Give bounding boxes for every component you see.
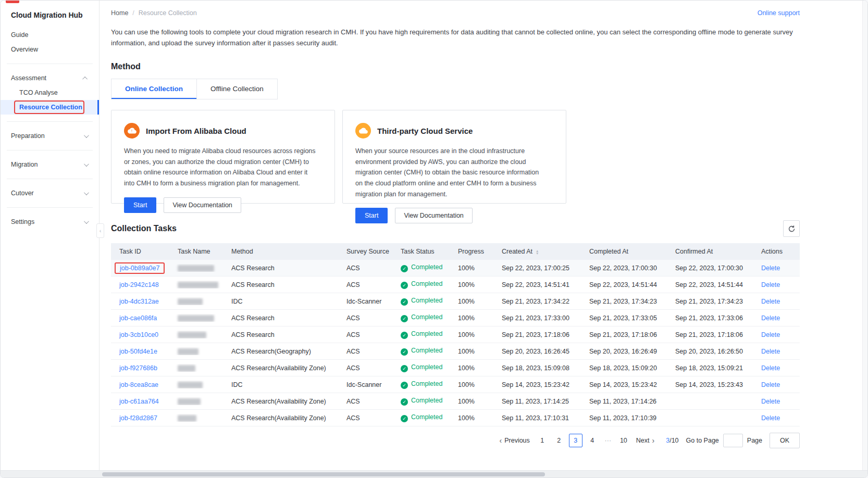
task-id-link[interactable]: job-0b89a0e7 [120, 265, 159, 272]
sort-icon[interactable]: ▲▼ [536, 249, 539, 255]
horizontal-scrollbar-track [1, 470, 867, 477]
task-id-link[interactable]: job-2942c148 [119, 281, 159, 288]
cell-method: ACS Research(Availability Zone) [223, 414, 338, 422]
sidebar-group-assessment[interactable]: Assessment [1, 71, 99, 85]
card-description: When your source resources are in the cl… [355, 146, 547, 199]
task-id-link[interactable]: job-f927686b [119, 364, 157, 372]
breadcrumb-separator: / [132, 9, 134, 17]
delete-link[interactable]: Delete [761, 381, 780, 388]
delete-link[interactable]: Delete [761, 348, 780, 355]
column-header: Task ID [111, 248, 169, 255]
online-support-link[interactable]: Online support [758, 9, 800, 17]
start-button[interactable]: Start [124, 197, 156, 213]
table-body: job-0b89a0e7 ACS Research ACS ✓Completed… [111, 260, 800, 426]
card-third-party-cloud: Third-party Cloud Service When your sour… [342, 110, 566, 204]
task-id-link[interactable]: job-f28d2867 [119, 414, 157, 422]
cell-progress: 100% [450, 298, 493, 305]
column-header: Completed At [581, 248, 667, 255]
task-id-link[interactable]: job-c61aa764 [119, 398, 159, 405]
sidebar-group-preparation[interactable]: Preparation [1, 129, 99, 143]
cell-progress: 100% [450, 348, 493, 355]
delete-link[interactable]: Delete [761, 265, 780, 272]
redacted-task-name [178, 265, 214, 272]
cell-task-id: job-c61aa764 [111, 398, 169, 405]
pagination-previous[interactable]: ‹Previous [495, 436, 534, 445]
tab-online-collection[interactable]: Online Collection [111, 79, 197, 99]
horizontal-scrollbar-thumb[interactable] [102, 472, 545, 476]
task-id-link[interactable]: job-50fd4e1e [119, 348, 157, 355]
cell-task-name [169, 414, 223, 421]
cell-task-name [169, 347, 223, 355]
task-id-link[interactable]: job-cae086fa [119, 315, 157, 322]
cell-task-id: job-cae086fa [111, 315, 169, 322]
cell-created-at: Sep 22, 2023, 14:51:41 [493, 281, 581, 288]
delete-link[interactable]: Delete [761, 364, 780, 372]
start-button[interactable]: Start [355, 208, 388, 223]
sidebar-item-label: Overview [11, 46, 38, 53]
refresh-button[interactable] [783, 220, 800, 237]
card-buttons: Start View Documentation [124, 197, 322, 213]
task-id-link[interactable]: job-8cea8cae [119, 381, 158, 388]
cell-created-at: Sep 21, 2023, 17:33:00 [493, 315, 581, 322]
column-header: Method [223, 248, 338, 255]
pagination-page-2[interactable]: 2 [552, 434, 566, 447]
cell-task-status: ✓Completed [392, 347, 450, 356]
cell-created-at: Sep 21, 2023, 17:18:06 [493, 331, 581, 338]
sidebar-item-resource-collection[interactable]: Resource Collection [1, 100, 99, 115]
ok-button[interactable]: OK [770, 433, 800, 448]
previous-label: Previous [504, 437, 530, 444]
breadcrumb-current: Resource Collection [139, 9, 197, 17]
pagination-ellipsis[interactable]: ··· [602, 434, 614, 447]
cell-survey-source: Idc-Scanner [338, 381, 392, 388]
cell-method: IDC [223, 381, 338, 388]
completed-icon: ✓ [401, 365, 408, 372]
cell-task-id: job-f28d2867 [111, 414, 169, 422]
delete-link[interactable]: Delete [761, 414, 780, 422]
sidebar-collapse-handle[interactable]: ‹ [96, 223, 104, 238]
cell-completed-at: Sep 21, 2023, 17:33:05 [581, 315, 667, 322]
sidebar-item-tco-analyse[interactable]: TCO Analyse [1, 85, 99, 100]
pagination-page-4[interactable]: 4 [586, 434, 599, 447]
delete-link[interactable]: Delete [761, 281, 780, 288]
cell-completed-at: Sep 22, 2023, 17:00:30 [581, 265, 667, 272]
column-header: Progress [450, 248, 493, 255]
pagination-page-1[interactable]: 1 [536, 434, 549, 447]
delete-link[interactable]: Delete [761, 298, 780, 305]
delete-link[interactable]: Delete [761, 398, 780, 405]
task-id-link[interactable]: job-4dc312ae [119, 298, 159, 305]
task-id-link[interactable]: job-3cb10ce0 [119, 331, 158, 338]
completed-icon: ✓ [401, 348, 408, 356]
sidebar-item-overview[interactable]: Overview [1, 42, 99, 57]
status-text: Completed [411, 347, 442, 354]
vertical-scrollbar-track[interactable] [862, 1, 867, 470]
goto-page-input[interactable] [723, 434, 743, 447]
column-header-label: Task Status [401, 248, 435, 255]
cell-confirmed-at: Sep 21, 2023, 17:33:06 [667, 315, 753, 322]
collection-tabs: Online Collection Offline Collection [111, 79, 278, 99]
method-heading: Method [111, 62, 800, 71]
pagination-page-3[interactable]: 3 [569, 434, 582, 447]
sidebar-group-cutover[interactable]: Cutover [1, 186, 99, 200]
cell-completed-at: Sep 20, 2023, 16:26:49 [581, 348, 667, 355]
column-header[interactable]: Created At▲▼ [493, 248, 581, 255]
cell-task-status: ✓Completed [392, 280, 450, 289]
column-header-label: Survey Source [346, 248, 389, 255]
main-content: Home / Resource Collection Online suppor… [100, 1, 867, 470]
next-label: Next [636, 437, 650, 444]
pagination-page-10[interactable]: 10 [617, 434, 630, 447]
view-documentation-button[interactable]: View Documentation [164, 197, 241, 213]
cell-progress: 100% [450, 265, 493, 272]
tab-offline-collection[interactable]: Offline Collection [197, 79, 277, 99]
sidebar-item-guide[interactable]: Guide [1, 28, 99, 42]
breadcrumb-home[interactable]: Home [111, 9, 128, 17]
redacted-task-name [178, 415, 196, 422]
sidebar: Cloud Migration Hub Guide Overview Asses… [1, 1, 100, 470]
view-documentation-button[interactable]: View Documentation [395, 208, 472, 223]
pagination-next[interactable]: Next› [632, 436, 659, 445]
cell-actions: Delete [753, 398, 800, 405]
sidebar-group-settings[interactable]: Settings [1, 215, 99, 229]
delete-link[interactable]: Delete [761, 315, 780, 322]
cell-task-id: job-8cea8cae [111, 381, 169, 388]
sidebar-group-migration[interactable]: Migration [1, 157, 99, 172]
delete-link[interactable]: Delete [761, 331, 780, 338]
